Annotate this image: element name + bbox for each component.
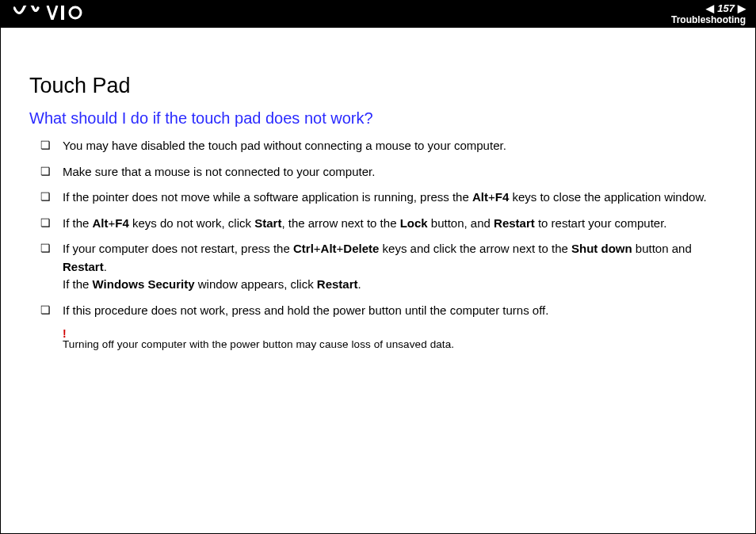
warning-text: Turning off your computer with the power… — [63, 338, 454, 350]
header-bar: ◀ 157 ▶ Troubleshooting — [1, 1, 755, 28]
page-content: Touch Pad What should I do if the touch … — [1, 28, 755, 350]
page-navigator: ◀ 157 ▶ — [706, 3, 746, 14]
page-title: Touch Pad — [29, 74, 735, 98]
list-item: If your computer does not restart, press… — [40, 240, 735, 294]
page-number: 157 — [717, 3, 735, 14]
list-item: Make sure that a mouse is not connected … — [40, 163, 735, 181]
list-item: If this procedure does not work, press a… — [40, 302, 735, 320]
list-item: If the Alt+F4 keys do not work, click St… — [40, 215, 735, 233]
section-label: Troubleshooting — [671, 15, 746, 25]
list-item: If the pointer does not move while a sof… — [40, 189, 735, 207]
svg-point-1 — [70, 7, 81, 18]
bullet-list: You may have disabled the touch pad with… — [40, 137, 735, 319]
prev-page-arrow-icon[interactable]: ◀ — [706, 3, 714, 14]
warning-block: ! Turning off your computer with the pow… — [63, 327, 735, 350]
vaio-logo — [13, 6, 85, 23]
page-subtitle: What should I do if the touch pad does n… — [29, 109, 735, 128]
next-page-arrow-icon[interactable]: ▶ — [738, 3, 746, 14]
svg-rect-0 — [61, 6, 64, 20]
list-item: You may have disabled the touch pad with… — [40, 137, 735, 155]
